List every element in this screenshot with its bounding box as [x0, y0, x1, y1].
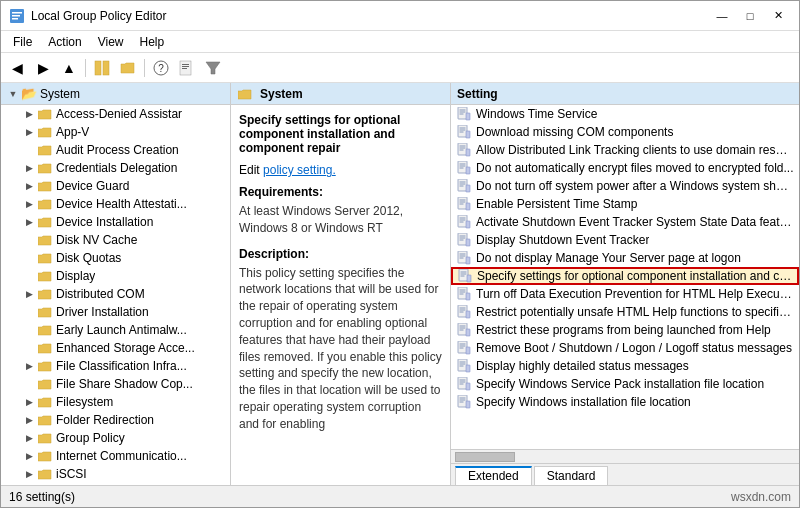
filter-button[interactable]	[201, 56, 225, 80]
settings-item[interactable]: Restrict these programs from being launc…	[451, 321, 799, 339]
svg-rect-48	[458, 233, 467, 245]
settings-item[interactable]: Display highly detailed status messages	[451, 357, 799, 375]
tree-item-driver-installation[interactable]: Driver Installation	[1, 303, 230, 321]
menu-file[interactable]: File	[5, 33, 40, 51]
svg-rect-83	[458, 359, 467, 371]
help-button[interactable]: ?	[149, 56, 173, 80]
menu-action[interactable]: Action	[40, 33, 89, 51]
expander-access-denied[interactable]: ▶	[21, 106, 37, 122]
settings-doc-icon	[456, 160, 472, 176]
settings-item[interactable]: Remove Boot / Shutdown / Logon / Logoff …	[451, 339, 799, 357]
tree-item-file-share[interactable]: File Share Shadow Cop...	[1, 375, 230, 393]
folder-icon-driver-installation	[37, 304, 53, 320]
middle-header-folder-icon	[237, 86, 253, 102]
settings-item[interactable]: Windows Time Service	[451, 105, 799, 123]
svg-rect-19	[460, 128, 466, 129]
svg-rect-58	[459, 269, 468, 281]
expander-credentials[interactable]: ▶	[21, 160, 37, 176]
settings-item[interactable]: Enable Persistent Time Stamp	[451, 195, 799, 213]
expander-folder-redirection[interactable]: ▶	[21, 412, 37, 428]
tree-item-appv[interactable]: ▶ App-V	[1, 123, 230, 141]
system-expander[interactable]: ▼	[5, 86, 21, 102]
tree-item-audit[interactable]: Audit Process Creation	[1, 141, 230, 159]
svg-rect-54	[460, 254, 466, 255]
tree-item-group-policy[interactable]: ▶ Group Policy	[1, 429, 230, 447]
settings-item-text: Windows Time Service	[476, 107, 597, 121]
close-button[interactable]: ✕	[765, 6, 791, 26]
svg-rect-55	[460, 256, 466, 257]
settings-doc-icon	[456, 376, 472, 392]
expander-device-health[interactable]: ▶	[21, 196, 37, 212]
tree-item-iscsi[interactable]: ▶ iSCSI	[1, 465, 230, 483]
settings-item[interactable]: Specify settings for optional component …	[451, 267, 799, 285]
settings-item[interactable]: Restrict potentially unsafe HTML Help fu…	[451, 303, 799, 321]
expander-distributed-com[interactable]: ▶	[21, 286, 37, 302]
tree-item-display[interactable]: Display	[1, 267, 230, 285]
tree-item-disk-quotas[interactable]: Disk Quotas	[1, 249, 230, 267]
svg-rect-49	[460, 236, 466, 237]
forward-button[interactable]: ▶	[31, 56, 55, 80]
expander-iscsi[interactable]: ▶	[21, 466, 37, 482]
horizontal-scrollbar[interactable]	[451, 449, 799, 463]
settings-item[interactable]: Specify Windows Service Pack installatio…	[451, 375, 799, 393]
expander-group-policy[interactable]: ▶	[21, 430, 37, 446]
back-button[interactable]: ◀	[5, 56, 29, 80]
expander-filesystem[interactable]: ▶	[21, 394, 37, 410]
menu-view[interactable]: View	[90, 33, 132, 51]
status-brand: wsxdn.com	[731, 490, 791, 504]
expander-internet-comm[interactable]: ▶	[21, 448, 37, 464]
folder-icon-appv	[37, 124, 53, 140]
expander-file-classification[interactable]: ▶	[21, 358, 37, 374]
minimize-button[interactable]: —	[709, 6, 735, 26]
settings-item-text: Do not display Manage Your Server page a…	[476, 251, 741, 265]
tree-item-early-launch[interactable]: Early Launch Antimalw...	[1, 321, 230, 339]
maximize-button[interactable]: □	[737, 6, 763, 26]
expander-appv[interactable]: ▶	[21, 124, 37, 140]
settings-item[interactable]: Activate Shutdown Event Tracker System S…	[451, 213, 799, 231]
show-hide-button[interactable]	[90, 56, 114, 80]
tree-item-distributed-com[interactable]: ▶ Distributed COM	[1, 285, 230, 303]
tree-item-enhanced-storage[interactable]: Enhanced Storage Acce...	[1, 339, 230, 357]
expander-display	[21, 268, 37, 284]
svg-rect-63	[458, 287, 467, 299]
svg-rect-45	[460, 220, 466, 221]
tree-label-appv: App-V	[56, 125, 89, 139]
tree-item-filesystem[interactable]: ▶ Filesystem	[1, 393, 230, 411]
tree-item-device-health[interactable]: ▶ Device Health Attestati...	[1, 195, 230, 213]
left-panel-tree: ▼ 📂 System ▶ Access-Denied Assistar ▶ Ap…	[1, 83, 231, 485]
settings-scroll-area[interactable]: Windows Time Service Download missing CO…	[451, 105, 799, 449]
settings-item[interactable]: Specify Windows installation file locati…	[451, 393, 799, 411]
settings-item[interactable]: Download missing COM components	[451, 123, 799, 141]
svg-rect-75	[460, 328, 466, 329]
tree-item-device-guard[interactable]: ▶ Device Guard	[1, 177, 230, 195]
folder-icon-internet-comm	[37, 448, 53, 464]
svg-rect-24	[460, 146, 466, 147]
folder-button[interactable]	[116, 56, 140, 80]
settings-item[interactable]: Do not automatically encrypt files moved…	[451, 159, 799, 177]
up-button[interactable]: ▲	[57, 56, 81, 80]
expander-device-guard[interactable]: ▶	[21, 178, 37, 194]
export-button[interactable]	[175, 56, 199, 80]
tree-item-access-denied[interactable]: ▶ Access-Denied Assistar	[1, 105, 230, 123]
expander-device-installation[interactable]: ▶	[21, 214, 37, 230]
tab-extended[interactable]: Extended	[455, 466, 532, 485]
tree-item-folder-redirection[interactable]: ▶ Folder Redirection	[1, 411, 230, 429]
settings-item[interactable]: Display Shutdown Event Tracker	[451, 231, 799, 249]
settings-item[interactable]: Do not turn off system power after a Win…	[451, 177, 799, 195]
svg-rect-25	[460, 148, 466, 149]
tree-item-credentials[interactable]: ▶ Credentials Delegation	[1, 159, 230, 177]
settings-item[interactable]: Allow Distributed Link Tracking clients …	[451, 141, 799, 159]
system-tree-header[interactable]: ▼ 📂 System	[1, 83, 230, 105]
svg-rect-13	[458, 107, 467, 119]
menu-help[interactable]: Help	[132, 33, 173, 51]
settings-item[interactable]: Do not display Manage Your Server page a…	[451, 249, 799, 267]
menu-bar: File Action View Help	[1, 31, 799, 53]
tree-item-internet-comm[interactable]: ▶ Internet Communicatio...	[1, 447, 230, 465]
policy-setting-link[interactable]: policy setting.	[263, 163, 336, 177]
tree-item-device-installation[interactable]: ▶ Device Installation	[1, 213, 230, 231]
tab-standard[interactable]: Standard	[534, 466, 609, 485]
scrollbar-thumb[interactable]	[455, 452, 515, 462]
settings-item[interactable]: Turn off Data Execution Prevention for H…	[451, 285, 799, 303]
tree-item-disk-nv[interactable]: Disk NV Cache	[1, 231, 230, 249]
tree-item-file-classification[interactable]: ▶ File Classification Infra...	[1, 357, 230, 375]
